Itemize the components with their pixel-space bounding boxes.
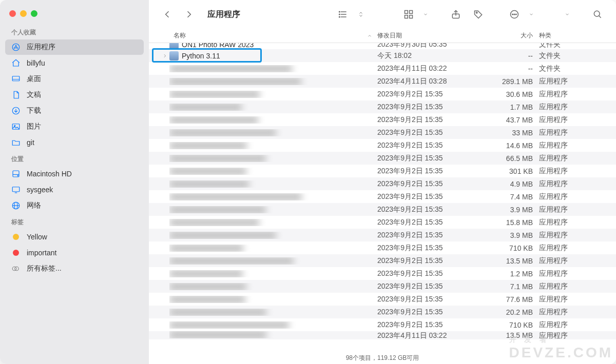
file-row[interactable]: 2023年9月2日 15:3515.8 MB应用程序 xyxy=(149,216,616,229)
home-icon xyxy=(11,58,21,68)
sidebar-item-下载[interactable]: 下载 xyxy=(5,103,144,118)
file-row[interactable]: Python 3.11今天 18:02--文件夹 xyxy=(149,49,616,62)
file-kind: 应用程序 xyxy=(539,320,616,330)
file-row[interactable]: 2023年4月11日 03:2213.5 MB应用程序 xyxy=(149,331,616,339)
sidebar-item-sysgeek[interactable]: sysgeek xyxy=(5,182,144,197)
file-row[interactable]: 2023年9月2日 15:35710 KB应用程序 xyxy=(149,318,616,331)
globe-icon xyxy=(11,201,21,210)
sidebar-item-Yellow[interactable]: Yellow xyxy=(5,229,144,245)
file-size: 20.2 MB xyxy=(480,308,539,316)
file-kind: 文件夹 xyxy=(539,43,616,49)
sidebar-item-important[interactable]: important xyxy=(5,245,144,260)
file-date: 2023年9月2日 15:35 xyxy=(377,90,480,99)
file-row[interactable]: 2023年9月2日 15:3577.6 MB应用程序 xyxy=(149,293,616,306)
disclosure-icon[interactable] xyxy=(162,52,167,60)
minimize-icon[interactable] xyxy=(20,10,27,17)
file-size: 4.9 MB xyxy=(480,180,539,188)
file-size: 13.5 MB xyxy=(480,257,539,265)
file-kind: 应用程序 xyxy=(539,231,616,240)
tag-dot xyxy=(11,248,21,257)
sidebar-item-label: 桌面 xyxy=(27,74,41,84)
svg-point-32 xyxy=(516,14,517,15)
display-icon xyxy=(11,185,21,194)
file-row[interactable]: 2023年9月2日 15:351.2 MB应用程序 xyxy=(149,267,616,280)
sidebar-item-label: sysgeek xyxy=(27,186,53,194)
svg-point-22 xyxy=(339,16,340,17)
sidebar-item-label: billyfu xyxy=(27,59,45,67)
file-row[interactable]: 2023年9月2日 15:3566.5 MB应用程序 xyxy=(149,152,616,165)
sidebar-item-网络[interactable]: 网络 xyxy=(5,198,144,213)
sidebar-item-应用程序[interactable]: 应用程序 xyxy=(5,39,144,55)
sidebar-item-billyfu[interactable]: billyfu xyxy=(5,55,144,71)
file-date: 2023年9月2日 15:35 xyxy=(377,179,480,189)
file-row[interactable]: 2023年9月2日 15:3533 MB应用程序 xyxy=(149,126,616,139)
file-row[interactable]: 2023年9月2日 15:35301 KB应用程序 xyxy=(149,165,616,177)
sidebar-item-图片[interactable]: 图片 xyxy=(5,119,144,134)
maximize-icon[interactable] xyxy=(31,10,37,17)
svg-point-21 xyxy=(339,14,340,15)
file-row[interactable]: 2023年9月2日 15:3513.5 MB应用程序 xyxy=(149,254,616,267)
back-button[interactable] xyxy=(158,7,177,22)
file-row[interactable]: 2023年9月2日 15:354.9 MB应用程序 xyxy=(149,177,616,190)
sidebar-item-Macintosh HD[interactable]: Macintosh HD xyxy=(5,166,144,181)
svg-rect-10 xyxy=(12,187,20,192)
file-date: 2023年9月2日 15:35 xyxy=(377,115,480,125)
file-size: 66.5 MB xyxy=(480,154,539,163)
view-sort-icon[interactable] xyxy=(356,7,365,22)
file-kind: 应用程序 xyxy=(539,308,616,317)
chevron-down-icon[interactable] xyxy=(564,7,571,22)
file-row[interactable]: 2023年9月2日 15:351.7 MB应用程序 xyxy=(149,100,616,113)
view-list-button[interactable] xyxy=(334,7,352,22)
file-size: 7.1 MB xyxy=(480,282,539,291)
column-name[interactable]: 名称 xyxy=(174,31,377,40)
file-kind: 文件夹 xyxy=(539,51,616,60)
column-size[interactable]: 大小 xyxy=(480,31,539,40)
file-row[interactable]: 2023年9月2日 15:357.1 MB应用程序 xyxy=(149,280,616,293)
traffic-lights xyxy=(0,7,149,24)
forward-button[interactable] xyxy=(180,7,198,22)
file-row[interactable]: 2023年9月2日 15:353.9 MB应用程序 xyxy=(149,229,616,241)
chevron-down-icon[interactable] xyxy=(528,7,535,22)
sidebar-heading: 标签 xyxy=(0,214,149,229)
file-row[interactable]: 2023年9月2日 15:3514.6 MB应用程序 xyxy=(149,139,616,152)
sidebar-item-所有标签...[interactable]: 所有标签... xyxy=(5,261,144,276)
svg-point-33 xyxy=(594,11,600,16)
file-row[interactable]: 2023年4月11日 03:22--文件夹 xyxy=(149,62,616,75)
file-row[interactable]: 2023年4月11日 03:28289.1 MB应用程序 xyxy=(149,75,616,88)
file-date: 2023年9月2日 15:35 xyxy=(377,282,480,291)
group-button[interactable] xyxy=(399,7,418,22)
file-date: 2023年9月2日 15:35 xyxy=(377,218,480,227)
file-size: 3.9 MB xyxy=(480,231,539,239)
file-row[interactable]: ON1 Photo RAW 20232023年9月30日 05:35文件夹 xyxy=(149,43,616,49)
file-row[interactable]: 2023年9月2日 15:3520.2 MB应用程序 xyxy=(149,306,616,318)
chevron-down-icon[interactable] xyxy=(422,7,429,22)
file-kind: 应用程序 xyxy=(539,115,616,125)
file-list[interactable]: ON1 Photo RAW 20232023年9月30日 05:35文件夹Pyt… xyxy=(149,43,616,353)
file-size: -- xyxy=(480,52,539,60)
sidebar-item-label: git xyxy=(27,138,34,147)
file-kind: 应用程序 xyxy=(539,103,616,112)
sidebar-item-git[interactable]: git xyxy=(5,135,144,150)
file-row[interactable]: 2023年9月2日 15:3530.6 MB应用程序 xyxy=(149,88,616,100)
more-button[interactable] xyxy=(505,7,524,22)
sidebar-item-文稿[interactable]: 文稿 xyxy=(5,87,144,103)
toolbar: 应用程序 xyxy=(149,0,616,29)
file-date: 2023年4月11日 03:22 xyxy=(377,331,480,340)
file-row[interactable]: 2023年9月2日 15:3543.7 MB应用程序 xyxy=(149,113,616,126)
file-row[interactable]: 2023年9月2日 15:353.9 MB应用程序 xyxy=(149,203,616,216)
file-date: 2023年9月2日 15:35 xyxy=(377,103,480,112)
finder-window: 个人收藏应用程序billyfu桌面文稿下载图片git位置Macintosh HD… xyxy=(0,0,616,364)
share-button[interactable] xyxy=(447,7,465,22)
sidebar-heading: 位置 xyxy=(0,151,149,166)
file-row[interactable]: 2023年9月2日 15:35710 KB应用程序 xyxy=(149,241,616,254)
file-date: 2023年9月2日 15:35 xyxy=(377,295,480,304)
search-button[interactable] xyxy=(588,7,607,22)
column-kind[interactable]: 种类 xyxy=(539,31,616,40)
tag-button[interactable] xyxy=(469,7,488,22)
file-date: 2023年4月11日 03:22 xyxy=(377,64,480,73)
close-icon[interactable] xyxy=(9,10,16,17)
sidebar-item-桌面[interactable]: 桌面 xyxy=(5,71,144,87)
column-date[interactable]: 修改日期 xyxy=(377,31,480,40)
file-row[interactable]: 2023年9月2日 15:357.4 MB应用程序 xyxy=(149,190,616,203)
status-bar: 98个项目，119.12 GB可用 xyxy=(149,353,616,364)
